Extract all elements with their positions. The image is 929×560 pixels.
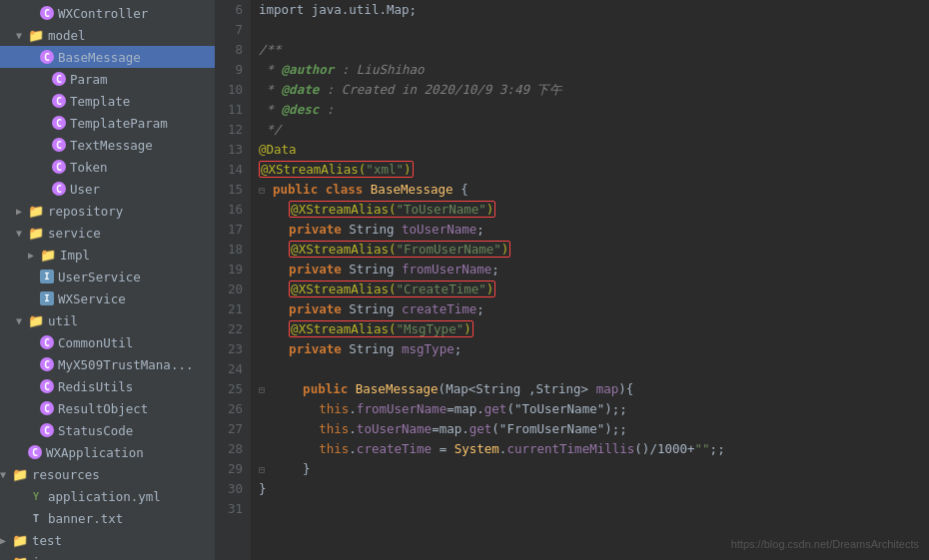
tree-item-label: BaseMessage bbox=[58, 50, 215, 65]
code-line: import java.util.Map; bbox=[259, 0, 929, 20]
line-number: 26 bbox=[219, 399, 243, 419]
tree-item-label: WXController bbox=[58, 6, 215, 21]
code-line: this.fromUserName=map.get("ToUserName");… bbox=[259, 399, 929, 419]
tree-item-label: java bbox=[32, 555, 215, 561]
code-line: } bbox=[259, 479, 929, 499]
class-icon: C bbox=[40, 50, 54, 64]
tree-item[interactable]: 📁model bbox=[0, 24, 215, 46]
code-line: private String msgType; bbox=[259, 339, 929, 359]
tree-item[interactable]: CMyX509TrustMana... bbox=[0, 353, 215, 375]
line-number: 17 bbox=[219, 220, 243, 240]
tree-arrow bbox=[16, 315, 28, 326]
tree-item[interactable]: 📁repository bbox=[0, 200, 215, 222]
tree-item-label: Token bbox=[70, 160, 215, 175]
tree-item-label: banner.txt bbox=[48, 511, 215, 526]
tree-item-label: application.yml bbox=[48, 489, 215, 504]
code-content: import java.util.Map;/** * @author : Liu… bbox=[251, 0, 929, 560]
code-line: ⊟ public BaseMessage(Map<String ,String>… bbox=[259, 379, 929, 399]
tree-item-label: MyX509TrustMana... bbox=[58, 357, 215, 372]
tree-item[interactable]: CCommonUtil bbox=[0, 331, 215, 353]
tree-item[interactable]: CStatusCode bbox=[0, 419, 215, 441]
tree-item-label: UserService bbox=[58, 270, 215, 284]
class-icon: C bbox=[40, 335, 54, 349]
code-line bbox=[259, 499, 929, 519]
tree-item-label: util bbox=[48, 313, 215, 328]
tree-item-label: service bbox=[48, 226, 215, 241]
tree-item[interactable]: CUser bbox=[0, 178, 215, 200]
tree-item[interactable]: IUserService bbox=[0, 266, 215, 287]
class-icon: C bbox=[40, 423, 54, 437]
tree-item-label: resources bbox=[32, 467, 215, 482]
class-icon: C bbox=[28, 445, 42, 459]
tree-item[interactable]: CBaseMessage bbox=[0, 46, 215, 68]
tree-item[interactable]: Tbanner.txt bbox=[0, 507, 215, 529]
tree-item-label: model bbox=[48, 28, 215, 43]
folder-icon: 📁 bbox=[12, 554, 28, 560]
class-icon: C bbox=[52, 72, 66, 86]
line-number: 30 bbox=[219, 479, 243, 499]
tree-item-label: repository bbox=[48, 204, 215, 219]
line-number: 29 bbox=[219, 459, 243, 479]
line-number: 18 bbox=[219, 240, 243, 260]
code-line: ⊟ } bbox=[259, 459, 929, 479]
line-number: 13 bbox=[219, 140, 243, 160]
tree-item[interactable]: 📁util bbox=[0, 309, 215, 331]
class-icon: C bbox=[40, 401, 54, 415]
tree-item-label: ResultObject bbox=[58, 401, 215, 416]
line-number: 21 bbox=[219, 299, 243, 319]
folder-icon: 📁 bbox=[28, 225, 44, 241]
tree-item[interactable]: Yapplication.yml bbox=[0, 485, 215, 507]
tree-item[interactable]: 📁test bbox=[0, 529, 215, 551]
tree-item[interactable]: CToken bbox=[0, 156, 215, 178]
folder-icon: 📁 bbox=[12, 466, 28, 482]
tree-item[interactable]: CTextMessage bbox=[0, 134, 215, 156]
tree-item[interactable]: CWXApplication bbox=[0, 441, 215, 463]
line-number: 25 bbox=[219, 379, 243, 399]
line-number: 23 bbox=[219, 339, 243, 359]
class-icon: C bbox=[52, 138, 66, 152]
code-line: ⊟ public class BaseMessage { bbox=[259, 180, 929, 200]
code-line: * @desc : bbox=[259, 100, 929, 120]
class-icon: C bbox=[52, 160, 66, 174]
tree-arrow bbox=[16, 206, 28, 217]
tree-item[interactable]: 📁Impl bbox=[0, 244, 215, 266]
tree-item[interactable]: CTemplateParam bbox=[0, 112, 215, 134]
tree-item-label: Param bbox=[70, 72, 215, 87]
tree-item[interactable]: CParam bbox=[0, 68, 215, 90]
line-number: 16 bbox=[219, 200, 243, 220]
tree-item[interactable]: CResultObject bbox=[0, 397, 215, 419]
code-line: private String fromUserName; bbox=[259, 260, 929, 280]
tree-item[interactable]: IWXService bbox=[0, 287, 215, 309]
code-line: * @date : Created in 2020/10/9 3:49 下午 bbox=[259, 80, 929, 100]
folder-icon: 📁 bbox=[28, 203, 44, 219]
line-number: 15 bbox=[219, 180, 243, 200]
folder-icon: 📁 bbox=[12, 532, 28, 548]
interface-icon: I bbox=[40, 270, 54, 283]
code-line: @XStreamAlias("MsgType") bbox=[259, 319, 929, 339]
file-tree[interactable]: CWXController📁modelCBaseMessageCParamCTe… bbox=[0, 0, 215, 560]
code-line: /** bbox=[259, 40, 929, 60]
class-icon: C bbox=[40, 357, 54, 371]
tree-item[interactable]: 📁java bbox=[0, 551, 215, 560]
line-number: 14 bbox=[219, 160, 243, 180]
tree-arrow bbox=[28, 250, 40, 261]
tree-item[interactable]: 📁service bbox=[0, 222, 215, 244]
tree-item[interactable]: CTemplate bbox=[0, 90, 215, 112]
line-number: 22 bbox=[219, 319, 243, 339]
code-line: @XStreamAlias("xml") bbox=[259, 160, 929, 180]
code-line: @Data bbox=[259, 140, 929, 160]
line-number: 31 bbox=[219, 499, 243, 519]
tree-item[interactable]: CRedisUtils bbox=[0, 375, 215, 397]
tree-arrow bbox=[0, 535, 12, 546]
tree-item-label: Impl bbox=[60, 248, 215, 263]
line-number: 12 bbox=[219, 120, 243, 140]
class-icon: C bbox=[52, 94, 66, 108]
interface-icon: I bbox=[40, 291, 54, 305]
tree-item[interactable]: CWXController bbox=[0, 2, 215, 24]
tree-item[interactable]: 📁resources bbox=[0, 463, 215, 485]
line-number: 27 bbox=[219, 419, 243, 439]
tree-item-label: CommonUtil bbox=[58, 335, 215, 350]
code-line: * @author : LiuShihao bbox=[259, 60, 929, 80]
code-line: this.createTime = System.currentTimeMill… bbox=[259, 439, 929, 459]
tree-arrow bbox=[16, 30, 28, 41]
